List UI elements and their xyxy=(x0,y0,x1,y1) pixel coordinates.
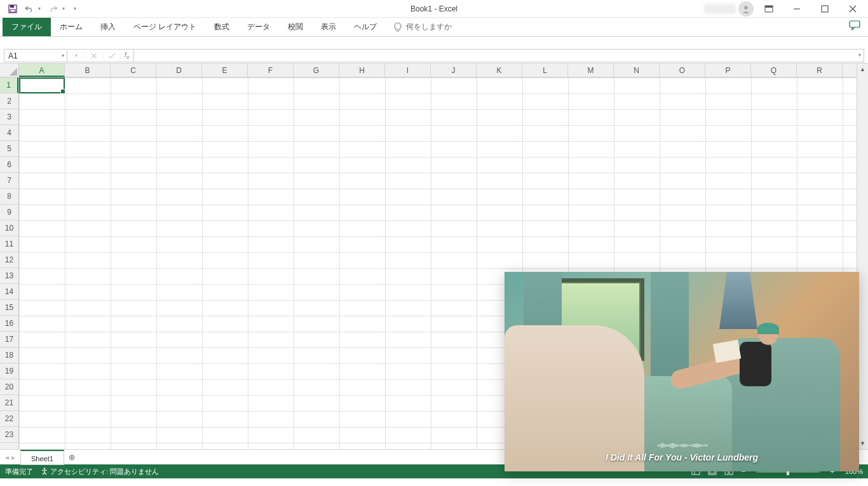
column-header-G[interactable]: G xyxy=(294,64,339,77)
title-right-controls xyxy=(704,0,868,18)
column-header-J[interactable]: J xyxy=(431,64,477,77)
column-header-Q[interactable]: Q xyxy=(751,64,797,77)
column-header-D[interactable]: D xyxy=(156,64,202,77)
user-name xyxy=(704,4,736,14)
add-sheet-button[interactable]: ⊕ xyxy=(64,453,79,462)
column-header-L[interactable]: L xyxy=(522,64,568,77)
select-all-corner[interactable] xyxy=(0,64,19,78)
tab-home[interactable]: ホーム xyxy=(51,18,92,36)
formula-input[interactable]: ▾ xyxy=(134,49,864,62)
pip-scene xyxy=(505,272,859,471)
ribbon-display-button[interactable] xyxy=(756,0,782,18)
qat-customize-icon[interactable]: ▾ xyxy=(74,6,80,11)
sheet-next-icon[interactable]: ▸ xyxy=(11,453,15,462)
undo-dropdown-icon[interactable]: ▾ xyxy=(38,6,44,11)
redo-dropdown-icon[interactable]: ▾ xyxy=(62,6,69,11)
formula-expand-icon[interactable]: ▾ xyxy=(858,52,861,58)
accessibility-icon xyxy=(41,468,48,475)
tab-file[interactable]: ファイル xyxy=(3,18,51,36)
row-header-5[interactable]: 5 xyxy=(0,141,18,157)
column-header-R[interactable]: R xyxy=(797,64,843,77)
column-header-K[interactable]: K xyxy=(477,64,522,77)
column-header-A[interactable]: A xyxy=(19,64,65,77)
scroll-track[interactable] xyxy=(858,75,867,438)
comments-button[interactable] xyxy=(849,20,860,30)
column-header-E[interactable]: E xyxy=(202,64,248,77)
name-box-dropdown-icon[interactable]: ▾ xyxy=(62,53,64,58)
tab-insert[interactable]: 挿入 xyxy=(92,18,125,36)
row-headers: 1234567891011121314151617181920212223 xyxy=(0,78,19,449)
row-header-17[interactable]: 17 xyxy=(0,332,18,348)
title-bar: ▾ ▾ ▾ Book1 - Excel xyxy=(0,0,868,18)
dropdown-icon[interactable]: ▾ xyxy=(67,53,85,58)
enter-formula-button[interactable] xyxy=(103,53,121,59)
minimize-button[interactable] xyxy=(784,0,810,18)
tell-me-search[interactable]: 何をしますか xyxy=(386,18,459,36)
row-header-1[interactable]: 1 xyxy=(0,78,18,93)
status-ready: 準備完了 xyxy=(5,467,33,476)
lightbulb-icon xyxy=(393,22,402,32)
svg-rect-7 xyxy=(822,6,828,12)
column-header-I[interactable]: I xyxy=(385,64,431,77)
column-header-P[interactable]: P xyxy=(705,64,751,77)
name-box[interactable]: A1 ▾ xyxy=(4,49,67,62)
redo-button[interactable] xyxy=(46,1,61,17)
column-header-H[interactable]: H xyxy=(339,64,385,77)
row-header-8[interactable]: 8 xyxy=(0,189,18,205)
row-header-20[interactable]: 20 xyxy=(0,379,18,395)
row-header-4[interactable]: 4 xyxy=(0,125,18,141)
scroll-up-icon[interactable]: ▲ xyxy=(857,64,868,75)
row-header-10[interactable]: 10 xyxy=(0,220,18,236)
quick-access-toolbar: ▾ ▾ ▾ xyxy=(0,1,80,17)
tab-help[interactable]: ヘルプ xyxy=(345,18,386,36)
row-header-23[interactable]: 23 xyxy=(0,427,18,443)
picture-in-picture-overlay[interactable]: I Did It All For You - Victor Lundberg xyxy=(505,272,859,471)
row-header-12[interactable]: 12 xyxy=(0,252,18,268)
audio-wave-icon xyxy=(625,442,739,449)
svg-point-13 xyxy=(44,468,46,469)
sheet-prev-icon[interactable]: ◂ xyxy=(5,453,9,462)
tab-review[interactable]: 校閲 xyxy=(279,18,312,36)
row-header-14[interactable]: 14 xyxy=(0,284,18,300)
name-box-value: A1 xyxy=(8,51,18,60)
row-header-11[interactable]: 11 xyxy=(0,236,18,252)
column-header-B[interactable]: B xyxy=(65,64,111,77)
column-header-M[interactable]: M xyxy=(568,64,614,77)
tab-page-layout[interactable]: ページ レイアウト xyxy=(125,18,205,36)
row-header-3[interactable]: 3 xyxy=(0,109,18,125)
close-button[interactable] xyxy=(840,0,865,18)
tab-formulas[interactable]: 数式 xyxy=(205,18,238,36)
row-header-19[interactable]: 19 xyxy=(0,363,18,379)
cancel-formula-button[interactable] xyxy=(85,53,103,59)
maximize-button[interactable] xyxy=(812,0,837,18)
svg-rect-2 xyxy=(10,10,15,12)
column-header-O[interactable]: O xyxy=(660,64,705,77)
tab-view[interactable]: 表示 xyxy=(312,18,345,36)
row-header-7[interactable]: 7 xyxy=(0,173,18,189)
row-header-13[interactable]: 13 xyxy=(0,268,18,284)
sheet-tab-1[interactable]: Sheet1 xyxy=(20,450,64,465)
tell-me-label: 何をしますか xyxy=(406,22,452,32)
row-header-15[interactable]: 15 xyxy=(0,300,18,316)
row-header-18[interactable]: 18 xyxy=(0,348,18,363)
column-header-F[interactable]: F xyxy=(248,64,294,77)
sheet-nav: ◂ ▸ xyxy=(0,453,20,462)
active-cell[interactable] xyxy=(19,78,65,93)
column-header-C[interactable]: C xyxy=(111,64,156,77)
row-header-16[interactable]: 16 xyxy=(0,316,18,332)
row-header-9[interactable]: 9 xyxy=(0,205,18,220)
svg-rect-5 xyxy=(765,6,773,8)
save-button[interactable] xyxy=(5,1,20,17)
formula-bar: A1 ▾ ▾ fx ▾ xyxy=(0,48,868,64)
undo-button[interactable] xyxy=(22,1,37,17)
tab-data[interactable]: データ xyxy=(238,18,279,36)
column-header-N[interactable]: N xyxy=(614,64,660,77)
user-avatar[interactable] xyxy=(738,1,754,17)
fx-icon[interactable]: fx xyxy=(121,51,133,60)
pip-caption: I Did It All For You - Victor Lundberg xyxy=(505,452,859,462)
row-header-22[interactable]: 22 xyxy=(0,411,18,427)
row-header-21[interactable]: 21 xyxy=(0,395,18,411)
status-accessibility[interactable]: アクセシビリティ: 問題ありません xyxy=(41,467,159,476)
row-header-2[interactable]: 2 xyxy=(0,93,18,109)
row-header-6[interactable]: 6 xyxy=(0,157,18,173)
